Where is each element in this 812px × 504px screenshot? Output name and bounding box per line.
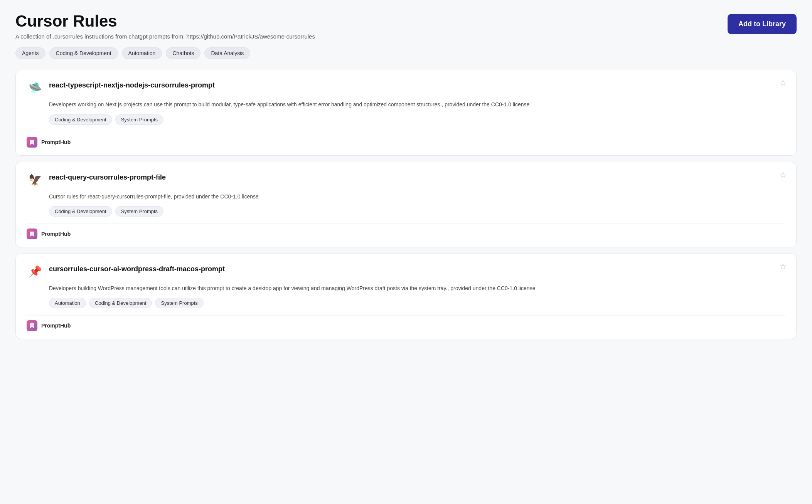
prompthub-icon [27,137,37,148]
title-section: Cursor Rules A collection of .cursorrule… [15,12,715,40]
card-tag[interactable]: Coding & Development [89,298,152,308]
card-header: 📌 cursorrules-cursor-ai-wordpress-draft-… [27,263,785,280]
prompthub-label: PromptHub [41,323,71,329]
card-description: Developers working on Next.js projects c… [49,100,785,109]
card-title: react-query-cursorrules-prompt-file [49,171,166,182]
page-header: Cursor Rules A collection of .cursorrule… [15,12,797,40]
prompthub-label: PromptHub [41,139,71,145]
filter-tag-data-analysis[interactable]: Data Analysis [204,47,250,59]
favorite-button[interactable]: ☆ [779,171,787,179]
favorite-button[interactable]: ☆ [779,79,787,87]
prompthub-icon [27,320,37,331]
add-to-library-button[interactable]: Add to Library [728,14,797,34]
filter-tag-agents[interactable]: Agents [15,47,45,59]
card-icon: 🦅 [27,171,44,188]
card-icon: 📌 [27,263,44,280]
card-tags: AutomationCoding & DevelopmentSystem Pro… [49,298,785,308]
filter-tag-automation[interactable]: Automation [122,47,162,59]
card-tag[interactable]: System Prompts [115,206,163,217]
favorite-button[interactable]: ☆ [779,262,787,271]
page-subtitle: A collection of .cursorrules instruction… [15,33,715,40]
card-tag[interactable]: Coding & Development [49,114,112,125]
prompthub-label: PromptHub [41,231,71,237]
card-2: ☆ 🦅 react-query-cursorrules-prompt-file … [15,162,797,247]
card-3: ☆ 📌 cursorrules-cursor-ai-wordpress-draf… [15,254,797,339]
card-1: ☆ 🛸 react-typescript-nextjs-nodejs-curso… [15,70,797,155]
card-header: 🛸 react-typescript-nextjs-nodejs-cursorr… [27,79,785,96]
card-title: cursorrules-cursor-ai-wordpress-draft-ma… [49,263,225,274]
card-title: react-typescript-nextjs-nodejs-cursorrul… [49,79,215,90]
card-footer: PromptHub [27,223,785,239]
filter-tags-row: AgentsCoding & DevelopmentAutomationChat… [15,47,797,59]
cards-list: ☆ 🛸 react-typescript-nextjs-nodejs-curso… [15,70,797,339]
card-tags: Coding & DevelopmentSystem Prompts [49,206,785,217]
card-tag[interactable]: Automation [49,298,86,308]
card-tags: Coding & DevelopmentSystem Prompts [49,114,785,125]
filter-tag-coding[interactable]: Coding & Development [49,47,118,59]
card-icon: 🛸 [27,79,44,96]
card-footer: PromptHub [27,315,785,331]
filter-tag-chatbots[interactable]: Chatbots [166,47,200,59]
prompthub-icon [27,228,37,239]
card-description: Cursor rules for react-query-cursorrules… [49,192,785,201]
card-footer: PromptHub [27,132,785,148]
card-tag[interactable]: Coding & Development [49,206,112,217]
card-tag[interactable]: System Prompts [155,298,203,308]
card-header: 🦅 react-query-cursorrules-prompt-file [27,171,785,188]
card-tag[interactable]: System Prompts [115,114,163,125]
card-description: Developers building WordPress management… [49,284,785,292]
page-title: Cursor Rules [15,12,715,30]
